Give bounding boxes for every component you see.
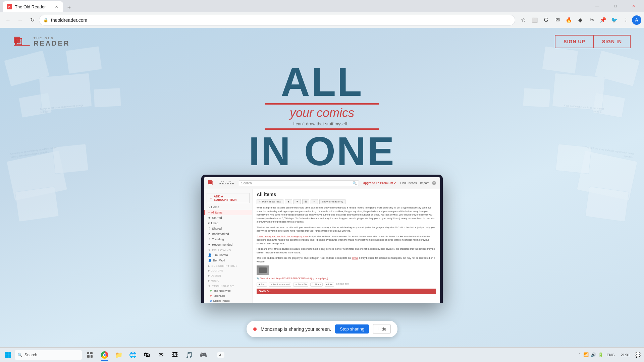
sidebar-mashable[interactable]: M Mashable bbox=[204, 293, 252, 298]
subscriptions-section-header: ▶ SUBSCRIPTIONS bbox=[204, 263, 252, 268]
sidebar-item-trending[interactable]: ↗ Trending bbox=[204, 237, 252, 242]
language-indicator[interactable]: ENG bbox=[605, 353, 616, 357]
signup-button[interactable]: SIGN UP bbox=[555, 35, 594, 48]
mark-unread-button[interactable]: ✓ Mark as unread bbox=[269, 283, 291, 287]
logo[interactable]: THE OLD READER bbox=[13, 35, 70, 48]
extension-button-7[interactable]: 📌 bbox=[598, 15, 608, 25]
sidebar-item-ben[interactable]: 👤 Ben Wolf bbox=[204, 258, 252, 263]
recommended-icon: ✦ bbox=[208, 243, 211, 246]
signin-button[interactable]: SIGN IN bbox=[594, 35, 631, 48]
mockup-import[interactable]: Import bbox=[420, 181, 429, 185]
subscriptions-chevron: ▶ bbox=[208, 264, 210, 267]
taskbar-extra-app[interactable]: 🎵 bbox=[182, 348, 196, 362]
new-tab-button[interactable]: + bbox=[64, 3, 74, 12]
mockup-topbar: THE OLD READER Search 🔍 Upgrade To Premi… bbox=[204, 177, 440, 189]
hero-line2: IN ONE bbox=[0, 131, 644, 171]
start-button[interactable] bbox=[3, 350, 13, 360]
view-toggle-down[interactable]: ▼ bbox=[293, 199, 301, 204]
sidebar-design[interactable]: ▶ DESIGN bbox=[204, 273, 252, 278]
taskbar-store-app[interactable]: 🛍 bbox=[140, 348, 154, 362]
minimize-button[interactable]: — bbox=[590, 0, 605, 12]
mockup-logo-icon bbox=[208, 179, 217, 187]
screen-share-dot bbox=[253, 327, 257, 331]
star-button[interactable]: ★ Star bbox=[257, 283, 267, 287]
tray-chevron[interactable]: ⌃ bbox=[578, 353, 581, 357]
sidebar-digital-trends[interactable]: D Digital Trends bbox=[204, 298, 252, 303]
task-view-button[interactable] bbox=[83, 348, 97, 362]
active-tab[interactable]: R The Old Reader ✕ bbox=[3, 1, 63, 12]
mockup-search-placeholder: Search bbox=[241, 181, 252, 185]
extension-button-3[interactable]: ✉ bbox=[552, 15, 563, 25]
extension-button-2[interactable]: G bbox=[541, 15, 551, 25]
hide-button[interactable]: Hide bbox=[373, 324, 391, 334]
sidebar-item-home[interactable]: ⌂ Home bbox=[204, 204, 252, 210]
notification-button[interactable]: 💬 bbox=[635, 352, 641, 358]
taskbar-photos-app[interactable]: 🖼 bbox=[168, 348, 182, 362]
maximize-button[interactable]: □ bbox=[608, 0, 623, 12]
share-button[interactable]: ⇡ Share bbox=[310, 283, 323, 287]
ai-label: Ai bbox=[217, 352, 224, 358]
mockup-upgrade[interactable]: Upgrade To Premium ✓ bbox=[363, 181, 397, 185]
stop-sharing-button[interactable]: Stop sharing bbox=[335, 324, 369, 334]
terms-link[interactable]: terms bbox=[352, 257, 358, 259]
taskbar-edge-app[interactable]: 🌐 bbox=[126, 348, 140, 362]
mockup-main: All items ✓ Mark all as read ▲ ▼ ⊞ ↔ Sho… bbox=[253, 189, 440, 303]
tray-battery-icon[interactable]: 🔋 bbox=[598, 352, 603, 357]
taskbar-tray: ⌃ 📶 🔊 🔋 ENG 21:01 💬 bbox=[578, 352, 641, 358]
mockup-search[interactable]: Search 🔍 bbox=[239, 180, 359, 186]
clock-time: 21:01 bbox=[621, 353, 630, 357]
sidebar-item-jim[interactable]: 👤 Jim Fiorato bbox=[204, 252, 252, 258]
page-content: A researcher at a university found that … bbox=[0, 28, 644, 362]
windows-logo-icon bbox=[5, 352, 11, 358]
taskbar-ai-button[interactable]: Ai bbox=[214, 348, 227, 362]
add-subscription-button[interactable]: + ADD A SUBSCRIPTION bbox=[207, 193, 250, 203]
mockup-help-icon[interactable]: ? bbox=[432, 181, 436, 185]
extension-button-4[interactable]: 🔥 bbox=[564, 15, 574, 25]
profile-button[interactable]: A bbox=[632, 15, 641, 25]
all-items-icon: ≡ bbox=[208, 211, 210, 214]
home-icon: ⌂ bbox=[208, 205, 210, 209]
sidebar-item-recommended[interactable]: ✦ Recommended bbox=[204, 242, 252, 247]
view-expand[interactable]: ↔ bbox=[311, 199, 318, 204]
like-button[interactable]: ♥ Like bbox=[325, 283, 334, 287]
sidebar-item-liked[interactable]: ♥ Liked bbox=[204, 221, 252, 226]
sidebar-music[interactable]: ▶ MUSIC bbox=[204, 278, 252, 283]
reload-button[interactable]: ↻ bbox=[27, 15, 38, 25]
taskbar-file-explorer-app[interactable]: 📁 bbox=[112, 348, 125, 362]
taskbar-app-unknown[interactable]: 🎮 bbox=[197, 348, 210, 362]
mockup-find-friends[interactable]: Find Friends bbox=[400, 181, 417, 185]
extension-button-1[interactable]: ⬜ bbox=[529, 15, 540, 25]
send-to-button[interactable]: → Send To bbox=[293, 283, 308, 287]
forward-button[interactable]: → bbox=[15, 15, 25, 25]
view-attached-link[interactable]: 📎 View attached file (s-FITNESS-TRACKERS… bbox=[257, 277, 436, 281]
extension-button-6[interactable]: ✂ bbox=[586, 15, 597, 25]
extension-button-5[interactable]: ◆ bbox=[575, 15, 586, 25]
extension-button-8[interactable]: 🐦 bbox=[609, 15, 620, 25]
more-tools-button[interactable]: ⋮ bbox=[621, 15, 631, 25]
view-grid[interactable]: ⊞ bbox=[302, 199, 309, 204]
jim-icon: 👤 bbox=[208, 253, 212, 257]
sidebar-item-bookmarked[interactable]: ⚑ Bookmarked bbox=[204, 231, 252, 237]
address-bar[interactable]: 🔒 theoldreader.com bbox=[39, 15, 515, 25]
sidebar-next-web[interactable]: M The Next Web bbox=[204, 288, 252, 293]
view-toggle-up[interactable]: ▲ bbox=[285, 199, 292, 204]
sidebar-item-shared[interactable]: ⇡ Shared bbox=[204, 226, 252, 231]
tray-volume-icon[interactable]: 🔊 bbox=[591, 352, 596, 357]
article-text-1: While using fitness trackers can be exci… bbox=[257, 206, 436, 224]
mark-all-read-button[interactable]: ✓ Mark all as read bbox=[257, 199, 283, 204]
show-unread[interactable]: Show unread only bbox=[319, 199, 345, 204]
tray-network-icon[interactable]: 📶 bbox=[583, 352, 589, 357]
screen-share-message: Monosnap is sharing your screen. bbox=[261, 326, 331, 332]
sidebar-item-starred[interactable]: ★ Starred bbox=[204, 215, 252, 221]
back-button[interactable]: ← bbox=[3, 15, 13, 25]
taskbar-mail-app[interactable]: ✉ bbox=[154, 348, 168, 362]
close-button[interactable]: ✕ bbox=[626, 0, 641, 12]
tab-close-button[interactable]: ✕ bbox=[54, 4, 59, 9]
sidebar-culture[interactable]: ▶ CULTURE bbox=[204, 268, 252, 273]
sidebar-item-all-items[interactable]: ≡ All items bbox=[204, 210, 252, 215]
taskbar-search[interactable]: 🔍 Search bbox=[15, 350, 82, 360]
bookmark-star-button[interactable]: ☆ bbox=[518, 15, 529, 25]
taskbar-chrome-app[interactable] bbox=[98, 348, 111, 362]
article-link-1[interactable]: A New Jersey man went into the emergency… bbox=[257, 235, 308, 238]
taskbar-clock[interactable]: 21:01 bbox=[618, 353, 633, 357]
